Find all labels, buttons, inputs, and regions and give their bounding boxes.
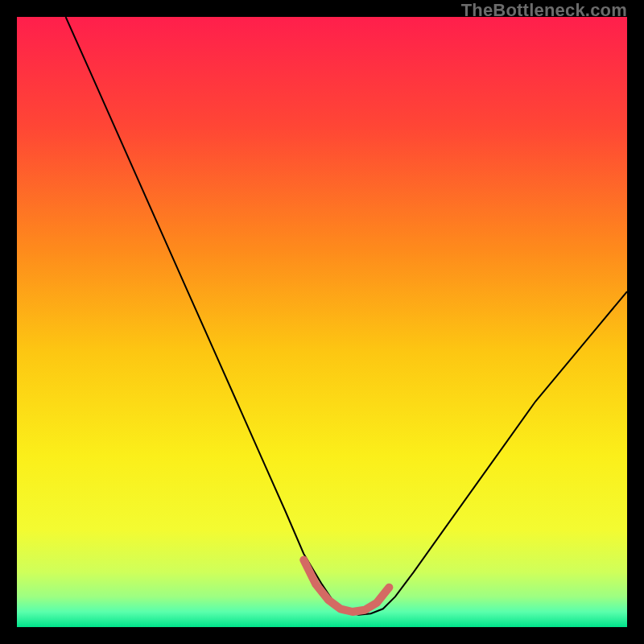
chart-frame (17, 17, 627, 627)
watermark-text: TheBottleneck.com (461, 0, 627, 21)
bottleneck-chart (17, 17, 627, 627)
gradient-background (17, 17, 627, 627)
